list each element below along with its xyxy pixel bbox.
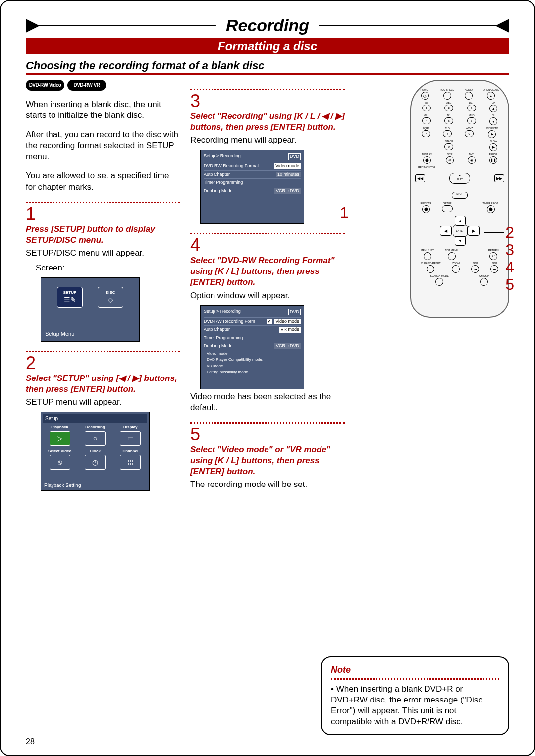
key-4[interactable]: GHI4 (422, 114, 431, 125)
intro-p2: After that, you can record to the disc w… (26, 129, 180, 162)
open-close-button[interactable]: OPEN/CLOSE▲ (483, 88, 499, 100)
dpad-down[interactable]: ▼ (455, 236, 466, 246)
callout-4: 4 (505, 258, 514, 276)
key-6[interactable]: MNO6 (467, 114, 476, 125)
step-5-head: Select "Video mode" or "VR mode" using [… (190, 444, 345, 477)
step-1-number: 1 (26, 205, 180, 223)
callout-5: 5 (505, 275, 514, 294)
key-9[interactable]: WXYZ9 (465, 127, 474, 138)
dpad: ▲ ▼ ◀ ▶ ENTER (440, 216, 480, 246)
return-button[interactable]: RETURN↩ (488, 249, 499, 260)
skip-back-button[interactable]: SKIP⏮ (471, 262, 479, 273)
slow-button[interactable]: SLOW▶ (489, 140, 497, 151)
setup-menu-caption: Playback Setting (44, 482, 81, 488)
video-tv-button[interactable]: VIDEO/TV▶ (486, 127, 498, 138)
setup-button[interactable]: SETUP (442, 202, 453, 213)
dpad-up[interactable]: ▲ (455, 216, 466, 226)
dvd-button[interactable]: DVD◉ (468, 153, 476, 164)
note-text: • When inserting a blank DVD+R or DVD+RW… (331, 684, 499, 727)
vcr-button[interactable]: VCR⊚ (446, 153, 454, 164)
step-2-body: SETUP menu will appear. (26, 397, 180, 408)
step-5-number: 5 (190, 426, 345, 443)
cell-playback: Playback (43, 425, 76, 430)
cm-skip-button[interactable]: CM SKIP (479, 274, 489, 286)
enter-button[interactable]: ENTER (453, 225, 468, 237)
setup-menu-header: Setup (43, 414, 147, 423)
screenshot-recording-menu: Setup > RecordingDVD DVD-RW Recording Fo… (200, 150, 304, 224)
page-number: 28 (26, 737, 35, 746)
dotted-rule (190, 422, 345, 424)
audio-button[interactable]: AUDIO (465, 88, 473, 100)
step-2-head: Select "SETUP" using [◀ / ▶] buttons, th… (26, 373, 180, 395)
key-5[interactable]: JKL5 (444, 114, 453, 125)
search-mode-button[interactable]: SEARCH MODE (430, 274, 449, 286)
top-menu-button[interactable]: TOP MENU (445, 249, 458, 260)
callout-3: 3 (505, 241, 514, 259)
callout-2: 2 (505, 223, 514, 242)
screenshot-setup-menu: Setup Playback▷ Recording○ Display▭ Sele… (41, 412, 150, 491)
column-1: DVD-RW Video DVD-RW VR When inserting a … (26, 80, 180, 494)
column-2: 3 Select "Recording" using [K / L / ◀ / … (190, 80, 345, 494)
play-button[interactable]: ▶PLAY (449, 173, 470, 184)
callout-1: 1 (340, 204, 349, 222)
ff-button[interactable]: ▶▶ (494, 174, 504, 182)
intro-p3: You are allowed to set a specified time … (26, 170, 180, 192)
zoom-button[interactable]: ZOOM (452, 262, 460, 273)
key-8[interactable]: TUV8 (443, 127, 452, 138)
remote-control-diagram: POWER⏻ REC SPEED AUDIO OPEN/CLOSE▲ @/:1 … (410, 80, 509, 318)
key-7[interactable]: PQRS7 (422, 127, 430, 138)
step-1-body2: Screen: (36, 263, 180, 273)
screenshot-setup-disc: SETUP ☰✎ DISC ◇ Setup Menu (41, 277, 140, 342)
dotted-rule (190, 89, 345, 90)
rec-speed-button[interactable]: REC SPEED (440, 88, 454, 100)
rew-button[interactable]: ◀◀ (415, 174, 425, 182)
key-1[interactable]: @/:1 (422, 101, 431, 112)
step-4-body: Option window will appear. (190, 290, 345, 301)
title-banner: Recording (26, 16, 509, 36)
cell-display: Display (114, 425, 147, 430)
menu-list-button[interactable]: MENU/LIST (421, 249, 434, 260)
screenshot-recording-option: Setup > RecordingDVD DVD-RW Recording Fo… (200, 305, 304, 389)
dotted-rule (26, 202, 180, 203)
ch-up-button[interactable]: CH▲ (489, 101, 497, 112)
rec-monitor-label: REC MONITOR (418, 166, 504, 169)
key-0[interactable]: SPACE0 (444, 140, 453, 151)
setup-icon-label: SETUP (63, 290, 77, 295)
ch-down-button[interactable]: CH▼ (489, 114, 497, 125)
dpad-right[interactable]: ▶ (468, 226, 480, 236)
key-3[interactable]: DEF3 (467, 101, 476, 112)
subtitle-bar: Formatting a disc (26, 38, 509, 54)
clear-button[interactable]: CLEAR/C-RESET (421, 262, 440, 273)
step-3-head: Select "Recording" using [K / L / ◀ / ▶]… (190, 111, 345, 133)
display-button[interactable]: DISPLAY⬤ (422, 153, 432, 164)
skip-fwd-button[interactable]: SKIP⏭ (490, 262, 498, 273)
column-3: POWER⏻ REC SPEED AUDIO OPEN/CLOSE▲ @/:1 … (355, 80, 509, 494)
dotted-rule (26, 351, 180, 352)
disc-icon-label: DISC (106, 290, 115, 295)
cell-recording: Recording (78, 425, 111, 430)
rec-otr-button[interactable]: REC/OTR⬤ (421, 202, 432, 213)
screenshot-1-caption: Setup Menu (45, 330, 74, 337)
rec-tag: DVD (288, 153, 301, 160)
rec-hdr: Setup > Recording (204, 153, 241, 160)
cell-channel: Channel (114, 449, 147, 454)
page-title: Recording (216, 16, 319, 35)
note-box: Note • When inserting a blank DVD+R or D… (321, 656, 509, 735)
pause-button[interactable]: PAUSE❚❚ (489, 153, 498, 164)
step-2-number: 2 (26, 354, 180, 372)
rec2-hdr: Setup > Recording (204, 309, 241, 316)
stop-button[interactable]: STOP (452, 192, 468, 199)
dotted-rule (331, 678, 499, 680)
step-3-number: 3 (190, 92, 345, 110)
disc-icon: DISC ◇ (98, 287, 123, 308)
power-button[interactable]: POWER⏻ (420, 88, 429, 100)
note-heading: Note (331, 664, 499, 676)
setup-icon: SETUP ☰✎ (57, 287, 83, 308)
timer-prog-button[interactable]: TIMER PROG.⬤ (482, 202, 499, 213)
step-1-head: Press [SETUP] button to display SETUP/DI… (26, 224, 180, 246)
step-1-body: SETUP/DISC menu will appear. (26, 248, 180, 259)
step-3-body: Recording menu will appear. (190, 135, 345, 146)
key-2[interactable]: ABC2 (444, 101, 453, 112)
dpad-left[interactable]: ◀ (440, 226, 452, 236)
dvd-rw-video-badge: DVD-RW Video (26, 80, 64, 91)
